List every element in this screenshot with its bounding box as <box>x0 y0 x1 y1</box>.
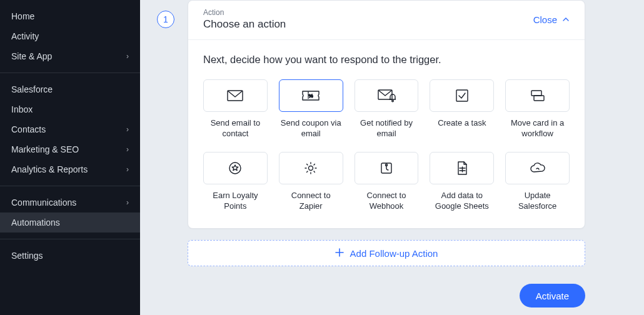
prompt-text: Next, decide how you want to respond to … <box>203 54 570 66</box>
sidebar-item-label: Salesforce <box>11 84 53 94</box>
action-create-task[interactable]: Create a task <box>430 79 494 139</box>
sidebar-item-label: Analytics & Reports <box>11 164 88 174</box>
action-connect-zapier[interactable]: Connect to Zapier <box>279 152 343 212</box>
sidebar-divider <box>0 239 140 239</box>
panel-header: Action Choose an action Close <box>188 1 585 40</box>
sidebar-item-label: Activity <box>11 31 39 41</box>
add-followup-button[interactable]: Add Follow-up Action <box>188 240 585 266</box>
panel-body: Next, decide how you want to respond to … <box>188 40 585 228</box>
svg-rect-6 <box>531 91 541 96</box>
action-send-email-contact[interactable]: Send email to contact <box>203 79 268 139</box>
action-panel: 1 Action Choose an action Close Next, de… <box>188 0 585 229</box>
sidebar-item-home[interactable]: Home <box>0 6 140 26</box>
chevron-up-icon <box>562 14 570 25</box>
action-earn-loyalty[interactable]: Earn Loyalty Points <box>203 152 268 212</box>
svg-text:%: % <box>309 93 313 99</box>
action-label: Get notified by email <box>355 118 419 139</box>
sidebar-item-label: Marketing & SEO <box>11 144 79 154</box>
sidebar-item-label: Home <box>11 11 34 21</box>
envelope-bell-icon <box>377 88 396 103</box>
webhook-icon <box>380 161 393 175</box>
action-update-salesforce[interactable]: Update Salesforce <box>505 152 570 212</box>
action-label: Move card in a workflow <box>505 118 570 139</box>
cloud-icon <box>529 162 546 174</box>
action-google-sheets[interactable]: Add data to Google Sheets <box>430 152 494 212</box>
action-card <box>505 152 570 184</box>
activate-button[interactable]: Activate <box>520 284 585 308</box>
action-label: Earn Loyalty Points <box>203 191 268 212</box>
sidebar-item-communications[interactable]: Communications› <box>0 192 140 212</box>
action-connect-webhook[interactable]: Connect to Webhook <box>355 152 419 212</box>
chevron-right-icon: › <box>126 52 129 61</box>
step-badge: 1 <box>157 11 174 28</box>
action-card <box>355 79 419 112</box>
action-card <box>203 152 268 184</box>
action-card <box>279 152 343 184</box>
sidebar-divider <box>0 72 140 73</box>
chevron-right-icon: › <box>126 165 129 174</box>
sidebar: HomeActivitySite & App›SalesforceInboxCo… <box>0 0 140 315</box>
panel-title: Choose an action <box>203 18 286 31</box>
svg-point-4 <box>392 100 394 102</box>
star-circle-icon <box>228 161 243 176</box>
sidebar-item-automations[interactable]: Automations <box>0 212 140 232</box>
action-move-card[interactable]: Move card in a workflow <box>505 79 570 139</box>
action-label: Send email to contact <box>203 118 268 139</box>
sidebar-item-label: Settings <box>11 251 43 261</box>
sidebar-divider <box>0 186 140 186</box>
chevron-right-icon: › <box>126 198 129 207</box>
action-send-coupon[interactable]: %Send coupon via email <box>279 79 343 139</box>
coupon-icon: % <box>301 89 320 102</box>
chevron-right-icon: › <box>126 125 129 134</box>
action-card <box>430 152 494 184</box>
action-label: Add data to Google Sheets <box>430 191 494 212</box>
sidebar-item-label: Automations <box>11 218 60 228</box>
sidebar-item-label: Inbox <box>11 104 33 114</box>
action-label: Send coupon via email <box>279 118 343 139</box>
chevron-right-icon: › <box>126 145 129 154</box>
check-square-icon <box>455 89 469 102</box>
action-grid: Send email to contact%Send coupon via em… <box>203 79 570 212</box>
action-card <box>355 152 419 184</box>
action-card: % <box>279 79 343 112</box>
svg-point-9 <box>309 166 313 170</box>
close-button[interactable]: Close <box>533 14 570 25</box>
main-area: 1 Action Choose an action Close Next, de… <box>140 0 644 315</box>
sheet-icon <box>456 161 468 176</box>
sidebar-item-label: Contacts <box>11 124 46 134</box>
sidebar-item-settings[interactable]: Settings <box>0 246 140 266</box>
sidebar-item-label: Site & App <box>11 51 52 61</box>
sidebar-item-marketing-seo[interactable]: Marketing & SEO› <box>0 139 140 159</box>
gear-icon <box>303 161 318 176</box>
close-label: Close <box>533 14 557 25</box>
sidebar-item-salesforce[interactable]: Salesforce <box>0 79 140 99</box>
panel-subhead: Action <box>203 8 286 17</box>
sidebar-item-analytics-reports[interactable]: Analytics & Reports› <box>0 159 140 179</box>
sidebar-item-label: Communications <box>11 198 76 208</box>
svg-point-8 <box>229 162 241 174</box>
action-card <box>430 79 494 112</box>
envelope-icon <box>226 89 244 102</box>
action-label: Connect to Zapier <box>279 191 343 212</box>
cards-icon <box>530 89 546 102</box>
action-card <box>203 79 268 112</box>
sidebar-item-site-app[interactable]: Site & App› <box>0 46 140 66</box>
sidebar-item-inbox[interactable]: Inbox <box>0 99 140 119</box>
activate-label: Activate <box>536 291 569 301</box>
action-get-notified[interactable]: Get notified by email <box>355 79 419 139</box>
action-label: Create a task <box>430 118 494 129</box>
sidebar-item-contacts[interactable]: Contacts› <box>0 119 140 139</box>
sidebar-item-activity[interactable]: Activity <box>0 26 140 46</box>
svg-rect-5 <box>456 90 468 101</box>
plus-icon <box>335 248 344 259</box>
add-followup-label: Add Follow-up Action <box>350 248 438 259</box>
action-card <box>505 79 570 112</box>
svg-rect-7 <box>534 96 544 101</box>
action-label: Connect to Webhook <box>355 191 419 212</box>
action-label: Update Salesforce <box>505 191 570 212</box>
